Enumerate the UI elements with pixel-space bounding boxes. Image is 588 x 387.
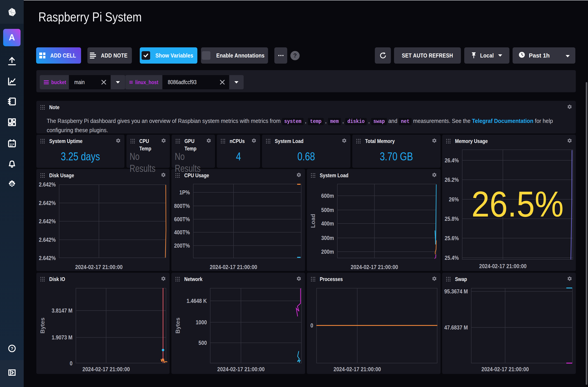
- svg-text:?: ?: [11, 346, 13, 351]
